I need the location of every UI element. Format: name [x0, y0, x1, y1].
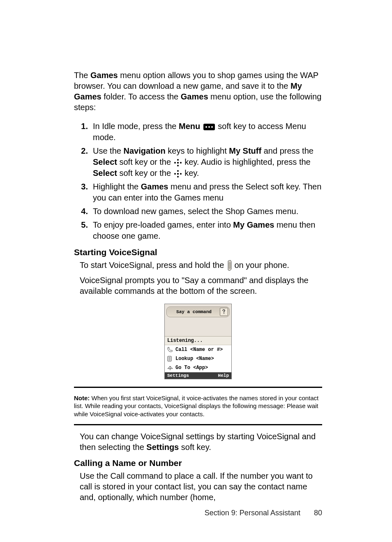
- phone-screenshot: Say a command Listening... Call <Name or…: [74, 304, 322, 379]
- lookup-icon: [166, 355, 174, 362]
- note-divider-top: [74, 387, 322, 388]
- phone-cmd-row: Call <Name or #>: [165, 345, 231, 354]
- step-text: key.: [182, 168, 199, 178]
- intro-text: The: [74, 71, 90, 80]
- note-paragraph: Note: When you first start VoiceSignal, …: [74, 394, 322, 418]
- step-text: soft key or the: [117, 168, 173, 178]
- step-2: 2. Use the Navigation keys to highlight …: [74, 145, 322, 179]
- menu-key-icon: [203, 124, 215, 130]
- intro-text: folder. To access the: [101, 92, 181, 101]
- phone-softkey-left: Settings: [167, 373, 189, 378]
- mygames-bold: My Games: [233, 220, 274, 229]
- call-icon: [166, 346, 174, 353]
- calling-heading: Calling a Name or Number: [74, 458, 322, 468]
- note-label: Note:: [74, 394, 90, 401]
- phone-softkey-right: Help: [218, 373, 229, 378]
- page-footer: Section 9: Personal Assistant 80: [205, 509, 322, 517]
- svg-rect-0: [229, 263, 231, 268]
- vs-text: To start VoiceSignal, press and hold the: [80, 261, 226, 270]
- step-text: keys to highlight: [166, 146, 229, 155]
- footer-page-number: 80: [314, 509, 322, 517]
- step-4: 4. To download new games, select the Sho…: [74, 206, 322, 217]
- mystuff-bold: My Stuff: [229, 146, 261, 155]
- step-text: key. Audio is highlighted, press the: [182, 157, 311, 166]
- step-number: 4.: [74, 206, 92, 217]
- step-5: 5. To enjoy pre-loaded games, enter into…: [74, 219, 322, 242]
- step-1: 1. In Idle mode, press the Menu soft key…: [74, 121, 322, 143]
- phone-cmd-goto: Go To <App>: [175, 365, 208, 371]
- phone-cmd-row: Lookup <Name>: [165, 354, 231, 363]
- nav-key-icon: [174, 170, 182, 178]
- step-text: To enjoy pre-loaded games, enter into: [93, 220, 233, 229]
- note-divider-bottom: [74, 424, 322, 425]
- intro-games-bold: Games: [90, 71, 118, 80]
- select-bold-2: Select: [93, 168, 117, 178]
- nav-key-icon: [174, 159, 182, 166]
- step-number: 5.: [74, 219, 92, 242]
- menu-bold: Menu: [179, 122, 200, 131]
- side-key-icon: [226, 260, 232, 272]
- calling-paragraph: Use the Call command to place a call. If…: [80, 471, 322, 503]
- footer-section: Section 9: Personal Assistant: [205, 509, 300, 517]
- steps-list: 1. In Idle mode, press the Menu soft key…: [74, 121, 322, 242]
- intro-games-bold-2: Games: [181, 92, 208, 101]
- goto-icon: [166, 364, 174, 371]
- phone-listening: Listening...: [165, 337, 231, 345]
- step-number: 3.: [74, 181, 92, 203]
- note-body: When you first start VoiceSignal, it voi…: [74, 394, 318, 417]
- step-text: Highlight the: [93, 182, 141, 191]
- voicesignal-heading: Starting VoiceSignal: [74, 247, 322, 257]
- step-text: soft key or the: [117, 157, 173, 166]
- step-text: To download new games, select the Shop G…: [93, 207, 298, 216]
- navigation-bold: Navigation: [123, 146, 165, 155]
- select-bold: Select: [93, 157, 117, 166]
- settings-bold: Settings: [146, 443, 179, 452]
- step-number: 2.: [74, 145, 92, 179]
- voicesignal-start-paragraph: To start VoiceSignal, press and hold the…: [80, 260, 322, 272]
- games-bold: Games: [141, 182, 168, 191]
- settings-paragraph: You can change VoiceSignal settings by s…: [80, 431, 322, 452]
- step-text: In Idle mode, press the: [93, 122, 179, 131]
- step-text: and press the: [261, 146, 314, 155]
- step-number: 1.: [74, 121, 92, 143]
- phone-say-command: Say a command: [168, 309, 220, 314]
- phone-cmd-lookup: Lookup <Name>: [175, 356, 214, 362]
- step-3: 3. Highlight the Games menu and press th…: [74, 181, 322, 203]
- post-text: soft key.: [179, 443, 211, 452]
- phone-cmd-call: Call <Name or #>: [175, 347, 223, 353]
- voicesignal-prompt-paragraph: VoiceSignal prompts you to "Say a comman…: [80, 275, 322, 296]
- help-icon: [220, 308, 228, 316]
- step-text: Use the: [93, 146, 123, 155]
- phone-cmd-row: Go To <App>: [165, 363, 231, 372]
- games-intro-paragraph: The Games menu option allows you to shop…: [74, 70, 322, 113]
- vs-text: on your phone.: [234, 261, 289, 270]
